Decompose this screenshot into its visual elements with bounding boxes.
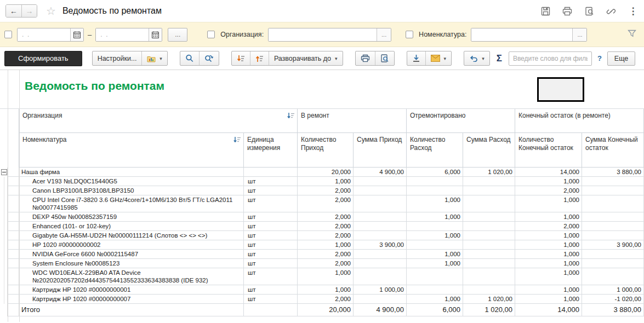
qty-end-cell[interactable]: 1,000 (515, 195, 582, 212)
header-qty-in[interactable]: Количество Приход (298, 133, 354, 168)
date-to-input[interactable] (96, 28, 149, 41)
organization-checkbox[interactable] (207, 31, 215, 38)
qty-in-cell[interactable]: 1,000 (298, 268, 354, 285)
sum-end-cell[interactable]: 3 900,00 (582, 240, 644, 250)
sum-in-cell[interactable] (354, 222, 407, 231)
save-result-button[interactable] (407, 51, 425, 65)
sum-out-cell[interactable] (463, 195, 515, 212)
link-icon[interactable] (606, 5, 617, 16)
sum-end-cell[interactable]: 1 000,00 (582, 285, 644, 295)
name-cell[interactable]: Картридж HP 1020 #00000000007 (19, 295, 244, 304)
qty-end-cell[interactable]: 1,000 (515, 250, 582, 259)
preview-icon[interactable] (584, 5, 595, 16)
sum-end-cell[interactable] (582, 268, 644, 285)
undo-result-button[interactable]: ▾ (464, 51, 489, 65)
qty-end-cell[interactable]: 1,000 (515, 285, 582, 295)
sum-in-cell[interactable]: 1 000,00 (354, 285, 407, 295)
help-link[interactable]: ? (597, 54, 602, 62)
sum-out-cell[interactable] (463, 250, 515, 259)
unit-cell[interactable]: шт (244, 177, 298, 186)
unit-cell[interactable]: шт (244, 186, 298, 195)
header-organization[interactable]: Организация (19, 109, 298, 133)
sort-descending-icon[interactable] (233, 136, 241, 145)
organization-select-button[interactable]: ... (377, 28, 391, 41)
qty-out-cell[interactable]: 1,000 (407, 259, 463, 268)
sum-end-cell[interactable] (582, 195, 644, 212)
sum-in-cell[interactable]: 4 900,00 (354, 304, 407, 316)
filter-funnel-icon[interactable] (628, 30, 636, 39)
sum-out-cell[interactable]: 1 020,00 (463, 304, 515, 316)
autosum-icon[interactable]: Σ (495, 53, 503, 64)
period-options-button[interactable]: ... (168, 28, 187, 42)
generate-button[interactable]: Сформировать (4, 51, 82, 66)
unit-cell[interactable]: шт (244, 231, 298, 240)
sum-out-cell[interactable] (463, 177, 515, 186)
report-variants-button[interactable]: ▾ (141, 51, 167, 65)
name-cell[interactable]: Enhanced (101- or 102-key) (19, 222, 244, 231)
unit-cell[interactable]: шт (244, 285, 298, 295)
selected-cell-box[interactable] (537, 77, 584, 102)
qty-in-cell[interactable]: 20,000 (298, 168, 354, 177)
date-from-input[interactable] (18, 28, 70, 41)
qty-end-cell[interactable]: 1,000 (515, 231, 582, 240)
sum-in-cell[interactable]: 4 900,00 (354, 168, 407, 177)
sum-end-cell[interactable]: 3 880,00 (582, 168, 644, 177)
header-unit[interactable]: Единица измерения (244, 133, 298, 168)
qty-end-cell[interactable]: 14,000 (515, 168, 582, 177)
name-cell[interactable]: Наша фирма (19, 168, 244, 177)
sum-end-cell[interactable] (582, 212, 644, 222)
name-cell[interactable]: HP 1020 #00000000002 (19, 240, 244, 250)
total-label-cell[interactable]: Итого (19, 304, 244, 316)
qty-end-cell[interactable]: 1,000 (515, 295, 582, 304)
sum-out-cell[interactable]: 1 020,00 (463, 295, 515, 304)
collapse-group-icon[interactable] (1, 169, 7, 175)
print-button[interactable] (356, 51, 375, 65)
qty-in-cell[interactable]: 2,000 (298, 295, 354, 304)
sum-out-cell[interactable] (463, 240, 515, 250)
qty-out-cell[interactable]: 1,000 (407, 195, 463, 212)
header-sum-end[interactable]: Сумма Конечный остаток (582, 133, 644, 168)
name-cell[interactable]: System Enclosure №00085123 (19, 259, 244, 268)
settings-button[interactable]: Настройки... (93, 51, 142, 65)
collapse-all-button[interactable] (250, 51, 269, 65)
sum-out-cell[interactable] (463, 186, 515, 195)
expand-all-button[interactable] (232, 51, 250, 65)
qty-in-cell[interactable]: 2,000 (298, 231, 354, 240)
qty-in-cell[interactable]: 20,000 (298, 304, 354, 316)
qty-out-cell[interactable]: 1,000 (407, 250, 463, 259)
save-icon[interactable] (540, 5, 551, 16)
name-cell[interactable]: CPU Intel Core i7-3820 3.6 GHz/4core/1+1… (19, 195, 244, 212)
nomenclature-checkbox[interactable] (406, 31, 413, 38)
qty-end-cell[interactable]: 14,000 (515, 304, 582, 316)
name-cell[interactable]: NVIDIA GeForce 6600 №0002115487 (19, 250, 244, 259)
qty-out-cell[interactable]: 6,000 (407, 168, 463, 177)
name-cell[interactable]: Картридж HP 1020 #00000000001 (19, 285, 244, 295)
qty-out-cell[interactable]: 1,000 (407, 212, 463, 222)
more-menu-icon[interactable]: ⋮ (628, 5, 639, 16)
qty-end-cell[interactable]: 1,000 (515, 240, 582, 250)
sum-out-cell[interactable]: 1 020,00 (463, 168, 515, 177)
sum-end-cell[interactable] (582, 231, 644, 240)
qty-out-cell[interactable] (407, 240, 463, 250)
nomenclature-input[interactable] (471, 28, 572, 41)
sum-in-cell[interactable] (354, 268, 407, 285)
sum-end-cell[interactable]: -1 020,00 (582, 295, 644, 304)
unit-cell[interactable] (244, 168, 298, 177)
sum-out-cell[interactable] (463, 222, 515, 231)
qty-in-cell[interactable]: 2,000 (298, 259, 354, 268)
sum-out-cell[interactable] (463, 259, 515, 268)
period-checkbox[interactable] (4, 31, 12, 38)
unit-cell[interactable]: шт (244, 222, 298, 231)
unit-cell[interactable]: шт (244, 268, 298, 285)
header-sum-in[interactable]: Сумма Приход (354, 133, 407, 168)
sum-end-cell[interactable] (582, 186, 644, 195)
print-preview-button[interactable] (375, 51, 394, 65)
print-icon[interactable] (562, 5, 573, 16)
forward-button[interactable]: → (21, 5, 37, 17)
qty-out-cell[interactable]: 1,000 (407, 295, 463, 304)
sum-end-cell[interactable] (582, 177, 644, 186)
header-in-repair[interactable]: В ремонт (298, 109, 407, 133)
qty-in-cell[interactable]: 2,000 (298, 250, 354, 259)
organization-input[interactable] (269, 28, 377, 41)
header-ending-balance[interactable]: Конечный остаток (в ремонте) (515, 109, 644, 133)
